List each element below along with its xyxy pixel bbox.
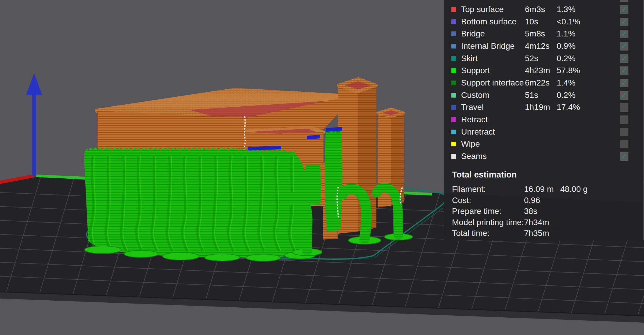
feature-percent: 1.1% [557, 29, 575, 38]
feature-color-swatch [451, 7, 456, 12]
checkmark-icon: ✓ [621, 79, 628, 87]
total-row: Cost:0.96 [444, 195, 644, 206]
legend-row: Wipe [444, 138, 644, 150]
total-label: Filament: [452, 185, 486, 194]
total-row: Prepare time:38s [444, 205, 644, 217]
feature-color-swatch [451, 68, 456, 73]
feature-percent: 1.4% [557, 78, 575, 87]
feature-percent: 0.2% [557, 54, 575, 63]
slicer-window: Top surface6m3s1.3%✓Bottom surface10s<0.… [0, 0, 644, 335]
feature-time: 5m8s [525, 29, 545, 38]
checkmark-icon: ✓ [621, 54, 628, 63]
feature-label: Custom [461, 91, 489, 100]
legend-row: Top surface6m3s1.3%✓ [444, 3, 644, 16]
feature-color-swatch [451, 56, 456, 61]
print-stats-panel: Top surface6m3s1.3%✓Bottom surface10s<0.… [444, 0, 644, 240]
feature-label: Top surface [461, 5, 504, 14]
legend-row: Bridge5m8s1.1%✓ [444, 28, 644, 40]
legend-row: Internal Bridge4m12s0.9%✓ [444, 40, 644, 52]
total-label: Model printing time: [452, 218, 524, 227]
feature-percent: 57.8% [557, 66, 580, 75]
feature-label: Support [461, 66, 490, 75]
feature-visibility-checkbox[interactable]: ✓ [620, 54, 628, 63]
feature-time: 10s [525, 17, 538, 26]
feature-visibility-checkbox[interactable]: ✓ [620, 5, 628, 14]
legend-row: Custom51s0.2%✓ [444, 89, 644, 101]
total-row: Filament:16.09 m48.00 g [444, 183, 644, 195]
feature-label: Wipe [461, 140, 480, 148]
feature-color-swatch [451, 19, 456, 24]
total-value: 16.09 m [524, 185, 554, 194]
feature-visibility-checkbox[interactable]: ✓ [620, 79, 628, 87]
sliced-model [84, 79, 413, 261]
feature-percent: 17.4% [557, 103, 580, 112]
total-label: Cost: [452, 196, 471, 205]
feature-percent: 0.9% [557, 42, 575, 51]
legend-row: Support4h23m57.8%✓ [444, 64, 644, 77]
checkbox-partial[interactable] [620, 0, 628, 2]
legend-row: Retract [444, 113, 644, 126]
feature-percent: 0.2% [557, 91, 575, 100]
feature-label: Retract [461, 115, 488, 124]
legend-row: Seams✓ [444, 150, 644, 163]
total-value: 7h35m [524, 229, 549, 238]
feature-color-swatch [451, 130, 456, 134]
checkmark-icon: ✓ [621, 66, 628, 75]
legend-row: Travel1h19m17.4% [444, 101, 644, 113]
feature-visibility-checkbox[interactable]: ✓ [620, 42, 628, 51]
legend-row: Bottom surface10s<0.1%✓ [444, 16, 644, 28]
feature-label: Skirt [461, 54, 478, 63]
feature-time: 6m3s [525, 5, 545, 14]
feature-color-swatch [451, 117, 456, 122]
checkmark-icon: ✓ [621, 91, 628, 100]
feature-percent: <0.1% [557, 17, 580, 26]
feature-color-swatch [451, 105, 456, 110]
total-value: 7h34m [524, 218, 549, 227]
feature-color-swatch [451, 154, 456, 159]
panel-scrollbar[interactable] [643, 0, 644, 240]
total-label: Prepare time: [452, 207, 501, 216]
checkmark-icon: ✓ [621, 30, 628, 38]
checkmark-icon: ✓ [621, 18, 628, 26]
feature-time: 52s [525, 54, 538, 63]
feature-color-swatch [451, 81, 456, 85]
feature-visibility-checkbox[interactable] [620, 115, 628, 124]
total-value: 0.96 [524, 196, 540, 205]
feature-visibility-checkbox[interactable]: ✓ [620, 152, 628, 161]
checkmark-icon: ✓ [621, 42, 628, 51]
feature-visibility-checkbox[interactable] [620, 140, 628, 148]
feature-label: Bottom surface [461, 17, 516, 26]
feature-time: 6m22s [525, 78, 550, 87]
feature-time: 4h23m [525, 66, 550, 75]
feature-visibility-checkbox[interactable]: ✓ [620, 91, 628, 100]
feature-label: Seams [461, 152, 487, 161]
feature-time: 1h19m [525, 103, 550, 112]
feature-visibility-checkbox[interactable]: ✓ [620, 66, 628, 75]
total-label: Total time: [452, 229, 490, 238]
feature-visibility-checkbox[interactable] [620, 103, 628, 112]
feature-label: Unretract [461, 128, 495, 136]
feature-visibility-checkbox[interactable]: ✓ [620, 18, 628, 26]
legend-row: Skirt52s0.2%✓ [444, 52, 644, 65]
divider [444, 182, 644, 182]
feature-color-swatch [451, 142, 456, 146]
total-row: Total time:7h35m [444, 227, 644, 239]
checkmark-icon: ✓ [621, 152, 628, 161]
feature-label: Travel [461, 103, 484, 112]
feature-label: Support interface [461, 78, 524, 87]
feature-color-swatch [451, 31, 456, 36]
total-value-2: 48.00 g [560, 185, 588, 194]
legend-row: Unretract [444, 126, 644, 138]
total-row: Model printing time:7h34m [444, 217, 644, 228]
feature-label: Bridge [461, 29, 485, 38]
feature-label: Internal Bridge [461, 42, 515, 51]
checkmark-icon: ✓ [621, 5, 628, 14]
total-value: 38s [524, 207, 537, 216]
feature-time: 4m12s [525, 42, 550, 51]
legend-row: Support interface6m22s1.4%✓ [444, 77, 644, 89]
feature-percent: 1.3% [557, 5, 575, 14]
tree-supports [84, 146, 311, 258]
feature-visibility-checkbox[interactable]: ✓ [620, 30, 628, 38]
feature-color-swatch [451, 93, 456, 98]
feature-visibility-checkbox[interactable] [620, 128, 628, 136]
